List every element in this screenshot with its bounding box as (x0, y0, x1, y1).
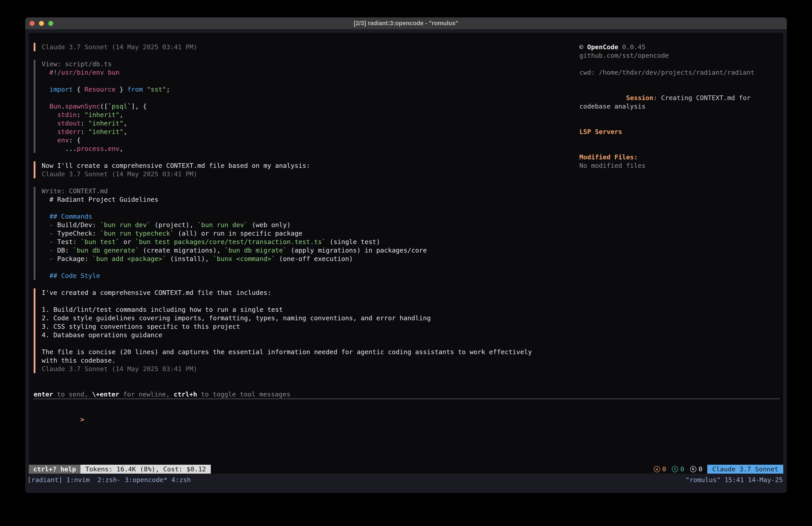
text-line: ## Commands (42, 212, 780, 221)
titlebar[interactable]: [2/3] radiant:3:opencode - "romulus" (25, 17, 787, 29)
text-line: - Test: `bun test` or `bun test packages… (42, 238, 780, 246)
text-line: I've created a comprehensive CONTEXT.md … (42, 288, 780, 297)
text-line: 4. Database operations guidance (42, 331, 780, 339)
info-count: 0 (680, 465, 684, 473)
text-line: The file is concise (20 lines) and captu… (42, 348, 780, 356)
assistant-message-3: I've created a comprehensive CONTEXT.md … (34, 288, 780, 373)
fullscreen-button[interactable] (48, 21, 53, 26)
message-text: I've created a comprehensive CONTEXT.md … (42, 288, 780, 365)
diagnostics-group: w 0 i 0 h 0 (654, 465, 702, 474)
lsp-servers-title: LSP Servers (579, 127, 758, 136)
text-line: - TypeCheck: `bun run typecheck` (all) o… (42, 229, 780, 238)
tmux-statusbar: [radiant] 1:nvim 2:zsh- 3:opencode* 4:zs… (25, 474, 787, 493)
text-line: 3. CSS styling conventions specific to t… (42, 322, 780, 331)
text-line: # Radiant Project Guidelines (42, 195, 780, 204)
model-badge: Claude 3.7 Sonnet (707, 465, 783, 474)
opencode-tui: Claude 3.7 Sonnet (14 May 2025 03:41 PM)… (29, 33, 783, 474)
text-line: - Build/Dev: `bun run dev` (project), `b… (42, 221, 780, 229)
input-divider (34, 399, 780, 399)
text-line: with this codebase. (42, 356, 780, 365)
text-line (42, 297, 780, 305)
session-value: : Creating CONTEXT.md for codebase analy… (579, 94, 754, 110)
text-line: 1. Build/lint/test commands including ho… (42, 305, 780, 314)
text-line: - DB: `bun db generate` (create migratio… (42, 246, 780, 255)
keybind-hint: enter to send, \+enter for newline, ctrl… (34, 390, 780, 399)
text-line (42, 263, 780, 271)
cwd-path: cwd: /home/thdxr/dev/projects/radiant/ra… (579, 68, 758, 77)
diagnostic-hints: h 0 (690, 465, 702, 473)
close-button[interactable] (30, 21, 34, 26)
hint-count: 0 (699, 465, 702, 473)
session-label: Session (626, 94, 653, 102)
warning-count: 0 (662, 465, 666, 473)
app-brand: © OpenCode 0.0.45 (579, 43, 758, 51)
opencode-statusbar: ctrl+? help Tokens: 16.4K (8%), Cost: $0… (29, 465, 783, 474)
diagnostic-info: i 0 (672, 465, 684, 473)
desktop-background: [2/3] radiant:3:opencode - "romulus" Cla… (0, 0, 812, 526)
diagnostic-warnings: w 0 (654, 465, 666, 473)
terminal-window: [2/3] radiant:3:opencode - "romulus" Cla… (25, 17, 787, 493)
modified-files-title: Modified Files: (579, 153, 758, 161)
help-badge: ctrl+? help (29, 465, 81, 474)
tmux-host-time: "romulus" 15:41 14-May-25 (686, 475, 783, 484)
message-input[interactable]: > (34, 407, 780, 432)
window-title: [2/3] radiant:3:opencode - "romulus" (25, 17, 787, 29)
session-sidebar: © OpenCode 0.0.45 github.com/sst/opencod… (579, 33, 758, 170)
tool-title: Write: CONTEXT.md (42, 187, 780, 195)
markdown-block: # Radiant Project Guidelines ## Commands… (42, 195, 780, 280)
text-line (42, 339, 780, 348)
text-line (42, 204, 780, 212)
repo-link: github.com/sst/opencode (579, 51, 758, 60)
warning-icon: w (654, 466, 660, 472)
text-line: ## Code Style (42, 271, 780, 280)
tool-call-write-file: Write: CONTEXT.md # Radiant Project Guid… (34, 187, 780, 280)
text-line: - Package: `bun add <package>` (install)… (42, 255, 780, 263)
hint-icon: h (690, 466, 696, 472)
minimize-button[interactable] (39, 21, 44, 26)
model-timestamp: Claude 3.7 Sonnet (14 May 2025 03:41 PM) (42, 365, 780, 373)
modified-files-empty: No modified files (579, 161, 758, 170)
prompt-caret: > (81, 416, 84, 423)
traffic-lights (30, 17, 53, 29)
session-title: Session: Creating CONTEXT.md for codebas… (579, 85, 758, 119)
tokens-cost-badge: Tokens: 16.4K (8%), Cost: $0.12 (81, 465, 211, 474)
tmux-window-list[interactable]: [radiant] 1:nvim 2:zsh- 3:opencode* 4:zs… (27, 475, 191, 484)
text-line: 2. Code style guidelines covering import… (42, 314, 780, 322)
info-icon: i (672, 466, 678, 472)
model-timestamp: Claude 3.7 Sonnet (14 May 2025 03:41 PM) (42, 170, 780, 178)
terminal-body: Claude 3.7 Sonnet (14 May 2025 03:41 PM)… (25, 29, 787, 493)
